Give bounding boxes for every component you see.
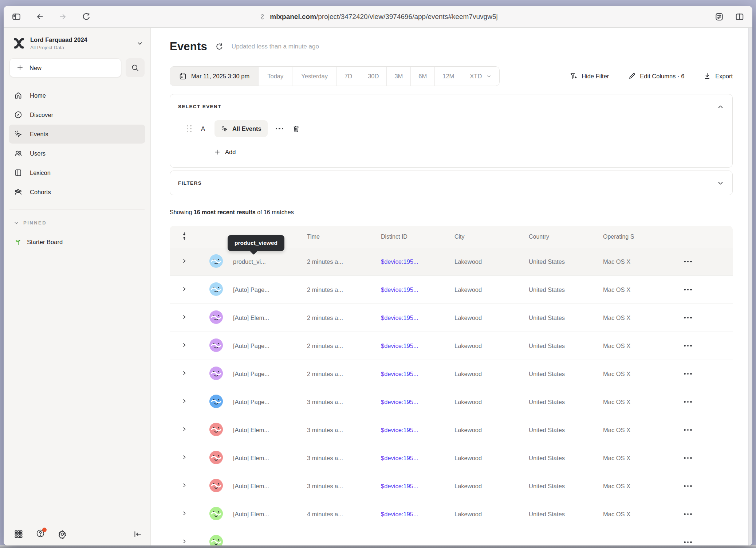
address-bar[interactable]: mixpanel.com/project/3472420/view/397469… bbox=[258, 13, 497, 21]
distinct-id-link[interactable]: $device:195... bbox=[381, 258, 454, 265]
expand-row-icon[interactable] bbox=[181, 370, 187, 376]
hide-filter-button[interactable]: Hide Filter bbox=[570, 72, 609, 80]
row-menu-button[interactable] bbox=[684, 485, 733, 487]
column-header-os[interactable]: Operating S bbox=[603, 234, 665, 240]
refresh-page-icon[interactable] bbox=[82, 12, 91, 21]
distinct-id-link[interactable]: $device:195... bbox=[381, 399, 454, 406]
drag-handle[interactable] bbox=[187, 125, 192, 132]
date-preset-6m[interactable]: 6M bbox=[410, 67, 434, 86]
page-scrollbar[interactable] bbox=[748, 28, 752, 545]
date-preset-3m[interactable]: 3M bbox=[386, 67, 410, 86]
row-menu-button[interactable] bbox=[684, 541, 733, 543]
sidebar-item-home[interactable]: Home bbox=[9, 86, 145, 105]
table-row[interactable]: [Auto] Elem... 4 minutes a... $device:19… bbox=[170, 500, 733, 528]
distinct-id-link[interactable]: $device:195... bbox=[381, 427, 454, 434]
event-name[interactable]: [Auto] Elem... bbox=[233, 511, 307, 518]
event-name[interactable]: [Auto] Elem... bbox=[233, 483, 307, 490]
table-row[interactable]: [Auto] Elem... 3 minutes a... $device:19… bbox=[170, 472, 733, 500]
date-preset-xtd[interactable]: XTD bbox=[462, 67, 499, 86]
expand-row-icon[interactable] bbox=[181, 342, 187, 348]
distinct-id-link[interactable]: $device:195... bbox=[381, 342, 454, 349]
sidebar-item-discover[interactable]: Discover bbox=[9, 105, 145, 124]
distinct-id-link[interactable]: $device:195... bbox=[381, 314, 454, 321]
table-row[interactable]: [Auto] Elem... 3 minutes a... $device:19… bbox=[170, 416, 733, 444]
expand-row-icon[interactable] bbox=[181, 258, 187, 264]
event-name[interactable]: [Auto] Page... bbox=[233, 399, 307, 406]
distinct-id-link[interactable]: $device:195... bbox=[381, 483, 454, 490]
sidebar-item-users[interactable]: Users bbox=[9, 144, 145, 163]
expand-row-icon[interactable] bbox=[181, 286, 187, 292]
apps-grid-icon[interactable] bbox=[14, 529, 23, 539]
expand-row-icon[interactable] bbox=[181, 314, 187, 320]
event-name[interactable]: [Auto] Page... bbox=[233, 286, 307, 293]
expand-row-icon[interactable] bbox=[181, 426, 187, 432]
event-name[interactable]: [Auto] Elem... bbox=[233, 314, 307, 321]
expand-row-icon[interactable] bbox=[181, 398, 187, 404]
row-menu-button[interactable] bbox=[684, 401, 733, 403]
sidebar-item-events[interactable]: Events bbox=[9, 125, 145, 144]
chevron-down-icon[interactable] bbox=[717, 180, 724, 186]
event-selector-chip[interactable]: All Events bbox=[214, 120, 268, 137]
row-menu-button[interactable] bbox=[684, 345, 733, 347]
sidebar-item-starter-board[interactable]: Starter Board bbox=[9, 233, 145, 251]
sidebar-item-lexicon[interactable]: Lexicon bbox=[9, 163, 145, 182]
row-menu-button[interactable] bbox=[684, 317, 733, 319]
table-row[interactable]: [Auto] Page... 2 minutes a... $device:19… bbox=[170, 276, 733, 304]
sort-icon[interactable] bbox=[180, 232, 188, 240]
column-header-distinct-id[interactable]: Distinct ID bbox=[381, 234, 454, 240]
sidebar-toggle-icon[interactable] bbox=[12, 12, 21, 21]
expand-row-icon[interactable] bbox=[181, 539, 187, 544]
row-menu-button[interactable] bbox=[684, 513, 733, 515]
back-icon[interactable] bbox=[35, 12, 44, 21]
table-row[interactable]: [Auto] Elem... 2 minutes a... $device:19… bbox=[170, 304, 733, 332]
forward-icon[interactable] bbox=[58, 12, 68, 21]
row-menu-button[interactable] bbox=[684, 373, 733, 375]
table-row[interactable]: [Auto] Page... 2 minutes a... $device:19… bbox=[170, 360, 733, 388]
pinned-section-header[interactable]: PINNED bbox=[9, 218, 145, 228]
expand-row-icon[interactable] bbox=[181, 510, 187, 516]
expand-row-icon[interactable] bbox=[181, 454, 187, 460]
column-header-city[interactable]: City bbox=[454, 234, 529, 240]
page-settings-icon[interactable] bbox=[714, 12, 724, 21]
trash-icon[interactable] bbox=[292, 125, 300, 133]
event-options-button[interactable] bbox=[276, 128, 284, 130]
date-range-custom-selected[interactable]: Mar 11, 2025 3:30 pm bbox=[170, 67, 258, 86]
event-name[interactable]: [Auto] Elem... bbox=[233, 455, 307, 462]
column-header-time[interactable]: Time bbox=[307, 234, 381, 240]
table-row[interactable]: [Auto] Elem... 3 minutes a... $device:19… bbox=[170, 444, 733, 472]
date-preset-30d[interactable]: 30D bbox=[360, 67, 386, 86]
table-row[interactable] bbox=[170, 528, 733, 545]
add-event-button[interactable]: Add bbox=[214, 149, 724, 156]
date-preset-today[interactable]: Today bbox=[258, 67, 292, 86]
sidebar-item-cohorts[interactable]: Cohorts bbox=[9, 183, 145, 201]
date-preset-yesterday[interactable]: Yesterday bbox=[292, 67, 336, 86]
distinct-id-link[interactable]: $device:195... bbox=[381, 371, 454, 377]
collapse-sidebar-icon[interactable] bbox=[133, 529, 142, 539]
new-button[interactable]: New bbox=[9, 58, 121, 77]
row-menu-button[interactable] bbox=[684, 289, 733, 291]
row-menu-button[interactable] bbox=[684, 457, 733, 459]
distinct-id-link[interactable]: $device:195... bbox=[381, 286, 454, 293]
column-header-country[interactable]: Country bbox=[529, 234, 603, 240]
table-row[interactable]: [Auto] Page... 2 minutes a... $device:19… bbox=[170, 332, 733, 360]
row-menu-button[interactable] bbox=[684, 261, 733, 263]
event-name[interactable]: [Auto] Elem... bbox=[233, 427, 307, 434]
split-view-icon[interactable] bbox=[735, 12, 744, 21]
refresh-data-icon[interactable] bbox=[215, 43, 224, 51]
date-preset-7d[interactable]: 7D bbox=[336, 67, 360, 86]
event-name[interactable]: product_vi... bbox=[233, 258, 307, 265]
distinct-id-link[interactable]: $device:195... bbox=[381, 455, 454, 462]
event-name[interactable]: [Auto] Page... bbox=[233, 371, 307, 377]
help-button[interactable] bbox=[36, 529, 45, 540]
search-button[interactable] bbox=[126, 58, 145, 77]
chevron-up-icon[interactable] bbox=[717, 104, 724, 110]
gear-icon[interactable] bbox=[58, 529, 67, 539]
distinct-id-link[interactable]: $device:195... bbox=[381, 511, 454, 518]
date-preset-12m[interactable]: 12M bbox=[434, 67, 462, 86]
export-button[interactable]: Export bbox=[703, 72, 733, 80]
row-menu-button[interactable] bbox=[684, 429, 733, 431]
table-row[interactable]: [Auto] Page... 3 minutes a... $device:19… bbox=[170, 388, 733, 416]
edit-columns-button[interactable]: Edit Columns · 6 bbox=[628, 72, 684, 80]
project-switcher[interactable]: Lord Farquaad 2024 All Project Data bbox=[13, 36, 143, 50]
expand-row-icon[interactable] bbox=[181, 482, 187, 488]
